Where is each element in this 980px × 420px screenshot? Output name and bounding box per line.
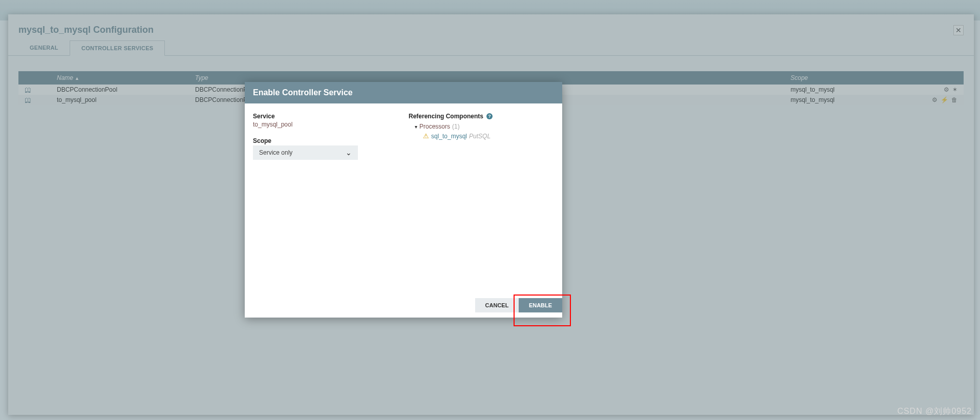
modal-title: Enable Controller Service xyxy=(245,82,562,103)
enable-controller-modal: Enable Controller Service Service to_mys… xyxy=(245,82,562,318)
ref-components-label: Referencing Components xyxy=(409,113,483,120)
watermark: CSDN @刘帅0952 xyxy=(897,406,972,417)
scope-selected: Service only xyxy=(259,149,292,156)
warning-icon: ⚠ xyxy=(423,132,429,140)
enable-button[interactable]: ENABLE xyxy=(519,298,562,312)
service-value: to_mysql_pool xyxy=(253,121,398,128)
scope-label: Scope xyxy=(253,137,398,144)
component-type: PutSQL xyxy=(469,133,491,140)
service-label: Service xyxy=(253,113,398,120)
chevron-down-icon: ⌄ xyxy=(346,149,352,157)
scope-select[interactable]: Service only ⌄ xyxy=(253,145,358,160)
cancel-button[interactable]: CANCEL xyxy=(475,298,519,312)
help-icon[interactable]: ? xyxy=(486,113,493,119)
component-link[interactable]: sql_to_mysql xyxy=(431,133,467,140)
processors-count: (1) xyxy=(452,123,460,130)
caret-down-icon[interactable]: ▾ xyxy=(415,124,417,130)
processors-group[interactable]: Processors xyxy=(419,123,450,130)
